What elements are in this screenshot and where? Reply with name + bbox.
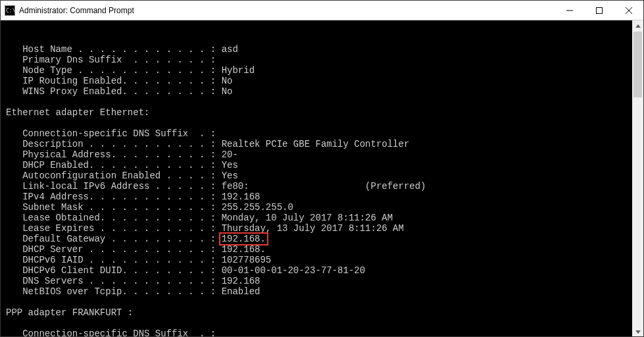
output-line: Connection-specific DNS Suffix . : xyxy=(6,328,216,337)
output-line: Autoconfiguration Enabled . . . . : Yes xyxy=(6,170,238,181)
terminal-area: Host Name . . . . . . . . . . . . : asd … xyxy=(1,20,643,337)
minimize-button[interactable] xyxy=(555,1,584,20)
output-line: DHCPv6 IAID . . . . . . . . . . . : 1027… xyxy=(6,255,271,265)
output-line: Link-local IPv6 Address . . . . . : fe80… xyxy=(6,181,426,192)
scrollbar-track[interactable] xyxy=(632,32,643,326)
output-line: NetBIOS over Tcpip. . . . . . . . : Enab… xyxy=(6,286,260,297)
output-line: Default Gateway . . . . . . . . . : 192.… xyxy=(6,234,266,244)
output-line: WINS Proxy Enabled. . . . . . . . : No xyxy=(6,86,232,97)
vertical-scrollbar[interactable] xyxy=(632,20,643,337)
output-line: Subnet Mask . . . . . . . . . . . : 255.… xyxy=(6,202,293,213)
output-line: Node Type . . . . . . . . . . . . : Hybr… xyxy=(6,65,255,76)
output-section-header: PPP adapter FRANKFURT : xyxy=(6,307,133,318)
svg-rect-3 xyxy=(596,7,602,13)
close-button[interactable] xyxy=(614,1,643,20)
window-title: Administrator: Command Prompt xyxy=(19,6,555,15)
output-line: IP Routing Enabled. . . . . . . . : No xyxy=(6,76,232,86)
svg-marker-6 xyxy=(635,24,641,28)
output-line: DHCP Enabled. . . . . . . . . . . : Yes xyxy=(6,160,238,170)
svg-text:C:\: C:\ xyxy=(6,8,14,14)
output-line xyxy=(6,34,11,44)
default-gateway-highlight: 192.168. xyxy=(219,232,268,246)
output-line: Connection-specific DNS Suffix . : xyxy=(6,128,216,139)
cmd-icon: C:\ xyxy=(5,5,15,16)
output-line: Primary Dns Suffix . . . . . . . : xyxy=(6,55,216,65)
output-line: DHCPv6 Client DUID. . . . . . . . : 00-0… xyxy=(6,265,365,276)
scroll-up-button[interactable] xyxy=(632,20,643,32)
output-section-header: Ethernet adapter Ethernet: xyxy=(6,107,149,118)
output-line xyxy=(6,318,11,328)
output-line xyxy=(6,118,11,128)
svg-marker-7 xyxy=(635,330,641,334)
output-line xyxy=(6,297,11,307)
output-line: Description . . . . . . . . . . . : Real… xyxy=(6,139,409,149)
output-line: IPv4 Address. . . . . . . . . . . : 192.… xyxy=(6,192,260,202)
output-line: DHCP Server . . . . . . . . . . . : 192.… xyxy=(6,244,266,255)
scroll-down-button[interactable] xyxy=(632,326,643,337)
output-line: Lease Expires . . . . . . . . . . : Thur… xyxy=(6,223,404,234)
default-gateway-label: Default Gateway . . . . . . . . . : xyxy=(6,234,222,244)
window-controls xyxy=(555,1,643,20)
output-line xyxy=(6,97,11,107)
window-titlebar: C:\ Administrator: Command Prompt xyxy=(1,1,643,20)
output-line: Physical Address. . . . . . . . . : 20- xyxy=(6,149,238,160)
terminal-output[interactable]: Host Name . . . . . . . . . . . . : asd … xyxy=(1,20,632,337)
output-line: Host Name . . . . . . . . . . . . : asd xyxy=(6,44,238,55)
output-line: DNS Servers . . . . . . . . . . . : 192.… xyxy=(6,276,260,286)
output-line: Lease Obtained. . . . . . . . . . : Mond… xyxy=(6,213,393,223)
maximize-button[interactable] xyxy=(584,1,614,20)
scrollbar-thumb[interactable] xyxy=(633,32,642,97)
